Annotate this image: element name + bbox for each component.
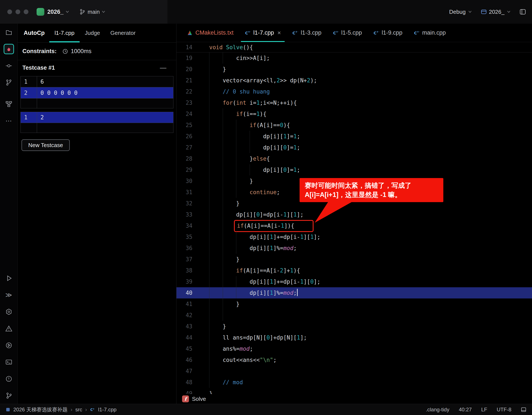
row-value[interactable]: 0 0 0 0 0 0 [37,87,173,98]
code-line-36[interactable]: 36 dp[i][1]%=mod; [176,242,532,254]
code-line-41[interactable]: 41 } [176,298,532,310]
svg-text:C: C [414,31,417,35]
line-number: 23 [176,97,192,108]
code-line-24[interactable]: 24 if(i==1){ [176,108,532,120]
code-line-23[interactable]: 23 for(int i=1;i<=N;++i){ [176,97,532,108]
editor-tab-CMakeLists.txt[interactable]: CMakeLists.txt [181,24,239,42]
hide-windows-icon[interactable]: ≫ [4,290,14,300]
more-tools-icon[interactable]: ⋯ [4,116,14,126]
status-bar-widgets: .clang-tidy 40:27 LF UTF-8 [426,407,526,413]
window-minimize-button[interactable] [16,9,20,14]
code-line-14[interactable]: 14void Solve(){ [176,42,532,53]
autocp-tool-icon[interactable] [4,44,14,54]
code-line-27[interactable]: 27 dp[i][0]=1; [176,142,532,153]
code-line-19[interactable]: 19 cin>>A[i]; [176,53,532,64]
inspection-profile-widget[interactable]: .clang-tidy [426,407,449,413]
code-line-25[interactable]: 25 if(A[i]==0){ [176,120,532,131]
code-line-48[interactable]: 48 // mod [176,377,532,388]
run-tool-icon[interactable] [4,273,14,283]
code-line-35[interactable]: 35 dp[i][1]+=dp[i-1][1]; [176,231,532,242]
breadcrumb-file[interactable]: l1-7.cpp [98,407,116,413]
code-line-46[interactable]: 46 cout<<ans<<"\n"; [176,354,532,366]
row-value[interactable]: 2 [37,112,173,123]
editor-tab-l1-7.cpp[interactable]: C++l1-7.cpp× [239,24,286,42]
profiler-tool-icon[interactable] [4,340,14,350]
code-editor[interactable]: 14void Solve(){19 cin>>A[i];20 }21 vecto… [176,42,532,394]
code-text: vector<array<ll,2>> dp(N+2); [209,75,317,86]
code-text: }else{ [209,153,270,164]
vcs-widget[interactable]: main [79,9,106,15]
row-value[interactable] [37,99,173,108]
code-line-22[interactable]: 22 // 0 shu huang [176,86,532,97]
code-line-45[interactable]: 45 ans%=mod; [176,343,532,354]
input-row-1[interactable]: 16 [20,76,173,87]
editor-tab-l1-9.cpp[interactable]: C++l1-9.cpp [368,24,408,42]
breadcrumb-project[interactable]: 2026 天梯赛选拔赛补题 [13,406,67,413]
line-number: 41 [176,298,192,310]
project-name[interactable]: 2026_ [47,9,64,15]
window-close-button[interactable] [7,9,12,14]
input-row-2[interactable]: 20 0 0 0 0 0 [20,87,173,99]
line-number: 29 [176,164,192,175]
code-line-34[interactable]: 34 if(A[i]==A[i-1]){ [176,220,532,231]
annotation-line2: A[i]=A[i+1]，这里显然是 -1 嘛。 [305,190,438,199]
svg-text:++: ++ [248,30,251,33]
editor-tab-main.cpp[interactable]: C++main.cpp [408,24,452,42]
tool-tab-file[interactable]: l1-7.cpp [49,24,80,42]
input-row-3[interactable] [20,99,173,108]
expected-row-2[interactable] [20,123,173,133]
code-line-33[interactable]: 33 dp[i][0]=dp[i-1][1]; [176,209,532,220]
breadcrumb-src[interactable]: src [75,407,82,413]
run-mode-selector[interactable]: Debug [449,9,472,15]
line-number: 28 [176,153,192,164]
code-line-28[interactable]: 28 }else{ [176,153,532,164]
line-separator-widget[interactable]: LF [481,407,487,413]
services-tool-icon[interactable] [4,307,14,317]
tool-tab-judge[interactable]: Judge [80,24,105,42]
row-number [21,99,37,108]
tab-close-icon[interactable]: × [277,29,281,36]
code-line-38[interactable]: 38 if(A[i]==A[i-2]+1){ [176,265,532,276]
code-text: // mod [209,377,243,388]
warnings-tool-icon[interactable] [4,323,14,334]
problems-tool-icon[interactable] [4,374,14,384]
commit-tool-icon[interactable] [4,61,14,71]
collapse-testcase-icon[interactable]: — [160,64,166,71]
vcs-graph-tool-icon[interactable] [4,77,14,88]
code-line-43[interactable]: 43 } [176,321,532,332]
encoding-widget[interactable]: UTF-8 [497,407,511,413]
window-zoom-button[interactable] [24,9,28,14]
function-breadcrumb[interactable]: Solve [192,396,206,402]
line-number: 33 [176,209,192,220]
code-line-40[interactable]: 40 dp[i][1]%=mod; [176,287,532,298]
code-text: cin>>A[i]; [209,53,270,64]
structure-tool-icon[interactable] [4,99,14,109]
terminal-tool-icon[interactable] [4,357,14,367]
code-line-49[interactable]: 49} [176,388,532,394]
code-line-42[interactable]: 42 [176,310,532,321]
caret-position-widget[interactable]: 40:27 [459,407,472,413]
tool-tab-generator[interactable]: Generator [105,24,141,42]
run-config-selector[interactable]: 2026_ [481,9,511,15]
row-value[interactable]: 6 [37,76,173,87]
code-line-37[interactable]: 37 } [176,254,532,265]
code-line-39[interactable]: 39 dp[i][1]+=dp[i-1][0]; [176,276,532,287]
toggle-panel-icon[interactable] [520,9,526,15]
expected-row-1[interactable]: 12 [20,112,173,123]
code-line-44[interactable]: 44 ll ans=dp[N][0]+dp[N][1]; [176,332,532,343]
editor-tab-l1-5.cpp[interactable]: C++l1-5.cpp [327,24,368,42]
project-tool-icon[interactable] [4,27,14,37]
code-line-26[interactable]: 26 dp[i][1]=1; [176,131,532,142]
code-line-47[interactable]: 47 [176,366,532,377]
code-line-29[interactable]: 29 dp[i][0]=1; [176,164,532,175]
run-config-label: 2026_ [489,9,504,15]
editor-tab-l1-3.cpp[interactable]: C++l1-3.cpp [286,24,327,42]
git-tool-icon[interactable] [4,390,14,401]
row-value[interactable] [37,123,173,133]
new-testcase-button[interactable]: New Testcase [21,139,70,151]
code-line-21[interactable]: 21 vector<array<ll,2>> dp(N+2); [176,75,532,86]
line-number: 44 [176,332,192,343]
code-line-20[interactable]: 20 } [176,64,532,75]
reader-mode-icon[interactable] [521,407,526,412]
code-text: } [209,321,226,332]
